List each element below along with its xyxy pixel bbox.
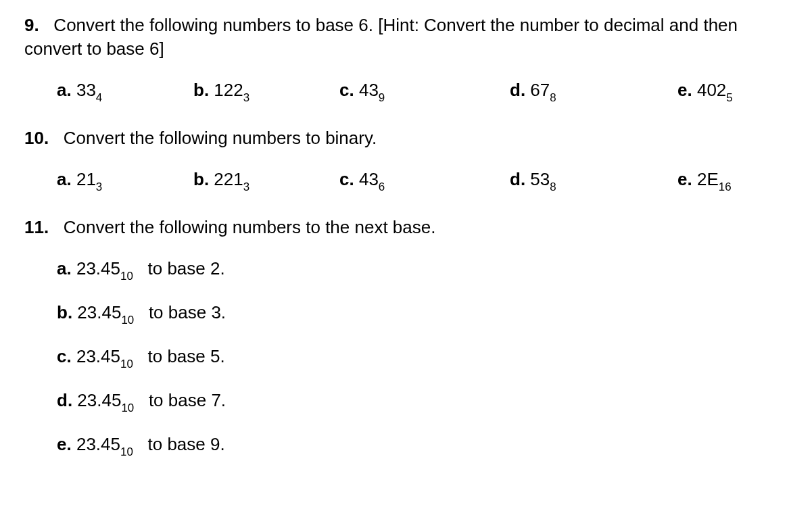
q9-option-d: d. 678 <box>510 78 677 105</box>
q11-option-e: e. 23.4510 to base 9. <box>57 433 765 459</box>
question-9-text: Convert the following numbers to base 6.… <box>24 15 738 59</box>
q10-option-c: c. 436 <box>339 168 510 194</box>
question-11: 11. Convert the following numbers to the… <box>24 216 765 239</box>
question-10-num: 10. <box>24 128 49 148</box>
q11-option-b: b. 23.4510 to base 3. <box>57 301 765 327</box>
question-11-num: 11. <box>24 217 49 237</box>
q10-option-e: e. 2E16 <box>677 168 765 194</box>
q10-option-d: d. 538 <box>510 168 677 194</box>
question-10-options: a. 213 b. 2213 c. 436 d. 538 e. 2E16 <box>24 168 765 194</box>
question-11-options: a. 23.4510 to base 2. b. 23.4510 to base… <box>24 257 765 459</box>
q10-option-b: b. 2213 <box>193 168 339 194</box>
question-11-text: Convert the following numbers to the nex… <box>64 217 436 237</box>
q9-option-b: b. 1223 <box>193 78 339 105</box>
question-10-text: Convert the following numbers to binary. <box>64 128 377 148</box>
q9-option-e: e. 4025 <box>677 78 765 105</box>
q11-option-c: c. 23.4510 to base 5. <box>57 345 765 371</box>
q11-option-d: d. 23.4510 to base 7. <box>57 389 765 415</box>
q10-option-a: a. 213 <box>57 168 193 194</box>
question-9-num: 9. <box>24 15 39 35</box>
question-9-options: a. 334 b. 1223 c. 439 d. 678 e. 4025 <box>24 78 765 105</box>
question-9: 9. Convert the following numbers to base… <box>24 14 765 61</box>
question-10: 10. Convert the following numbers to bin… <box>24 126 765 150</box>
q11-option-a: a. 23.4510 to base 2. <box>57 257 765 283</box>
q9-option-a: a. 334 <box>57 78 193 105</box>
q9-option-c: c. 439 <box>339 78 510 105</box>
